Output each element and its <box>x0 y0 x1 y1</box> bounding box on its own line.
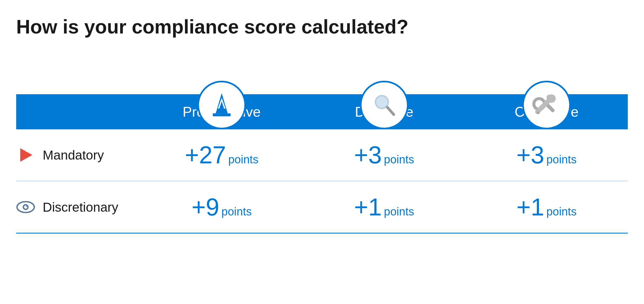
svg-rect-0 <box>213 113 231 116</box>
discretionary-detective-unit: points <box>384 205 414 218</box>
mandatory-row: Mandatory +27 points +3 points <box>16 129 628 181</box>
mandatory-preventative-cell: +27 points <box>140 143 303 167</box>
discretionary-preventative-cell: +9 points <box>140 195 303 219</box>
header-section: Preventative Detective Corrective <box>16 54 628 129</box>
discretionary-row: Discretionary +9 points +1 points <box>16 181 628 234</box>
discretionary-preventative-value: +9 points <box>191 195 252 219</box>
discretionary-label-cell: Discretionary <box>16 198 140 217</box>
mandatory-preventative-number: +27 <box>185 143 226 167</box>
cone-icon <box>207 90 237 120</box>
discretionary-corrective-number: +1 <box>517 195 544 219</box>
svg-point-8 <box>376 96 387 108</box>
discretionary-detective-number: +1 <box>354 195 382 219</box>
preventative-icon-circle <box>197 81 246 129</box>
eye-icon <box>16 198 35 217</box>
mandatory-detective-unit: points <box>384 153 414 166</box>
mandatory-text: Mandatory <box>43 148 104 163</box>
discretionary-corrective-value: +1 points <box>517 195 577 219</box>
svg-point-19 <box>26 206 27 207</box>
mandatory-preventative-unit: points <box>228 153 258 166</box>
corrective-icon-circle <box>522 81 571 129</box>
mandatory-detective-value: +3 points <box>354 143 414 167</box>
mandatory-detective-number: +3 <box>354 143 382 167</box>
discretionary-detective-value: +1 points <box>354 195 414 219</box>
svg-point-14 <box>537 111 540 114</box>
mandatory-corrective-number: +3 <box>517 143 544 167</box>
discretionary-detective-cell: +1 points <box>303 195 466 219</box>
svg-line-9 <box>387 107 394 115</box>
mandatory-corrective-value: +3 points <box>517 143 577 167</box>
flag-icon <box>16 146 35 164</box>
page-title: How is your compliance score calculated? <box>16 16 628 38</box>
mandatory-detective-cell: +3 points <box>303 143 466 167</box>
detective-icon-circle <box>360 81 409 129</box>
magnify-icon <box>369 90 399 120</box>
mandatory-preventative-value: +27 points <box>185 143 258 167</box>
mandatory-corrective-unit: points <box>546 153 576 166</box>
discretionary-text: Discretionary <box>43 200 118 215</box>
discretionary-preventative-unit: points <box>221 205 252 218</box>
mandatory-label-cell: Mandatory <box>16 146 140 164</box>
page-container: How is your compliance score calculated? <box>0 0 644 304</box>
mandatory-corrective-cell: +3 points <box>465 143 628 167</box>
wrench-icon <box>532 90 561 120</box>
data-rows: Mandatory +27 points +3 points <box>16 129 628 293</box>
svg-marker-15 <box>20 148 32 162</box>
discretionary-corrective-unit: points <box>546 205 576 218</box>
discretionary-preventative-number: +9 <box>191 195 219 219</box>
content-area: Preventative Detective Corrective <box>16 54 628 293</box>
discretionary-corrective-cell: +1 points <box>465 195 628 219</box>
